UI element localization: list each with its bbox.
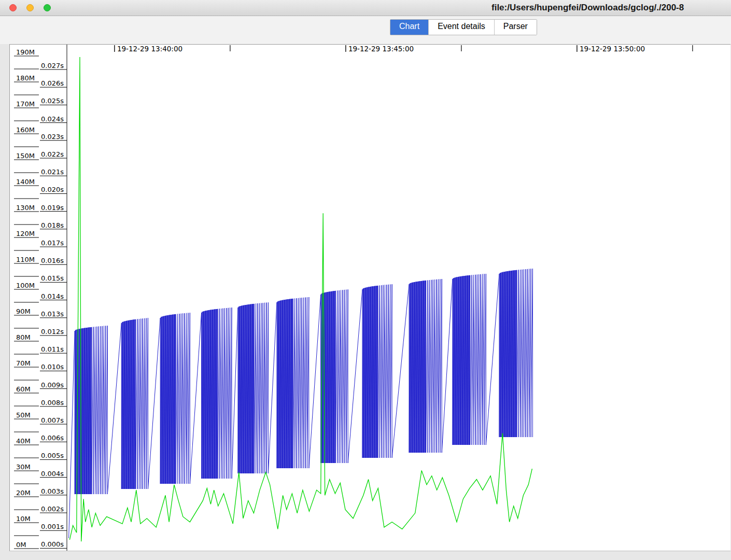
pause-tick-label: 0.026s [41, 79, 64, 87]
gc-chart-panel[interactable]: 190M180M170M160M150M140M130M120M110M100M… [9, 44, 730, 551]
minimize-button[interactable] [26, 4, 34, 11]
memory-tick-label: 50M [16, 411, 31, 419]
pause-tick-label: 0.001s [41, 523, 64, 530]
close-button[interactable] [9, 4, 17, 11]
time-axis-label: 19-12-29 13:45:00 [348, 45, 414, 53]
pause-tick-label: 0.005s [41, 452, 64, 459]
time-axis-label: 19-12-29 13:40:00 [117, 45, 182, 53]
memory-tick-label: 80M [16, 333, 31, 341]
pause-tick-label: 0.015s [41, 274, 64, 282]
pause-tick-label: 0.002s [41, 505, 64, 513]
tab-parser[interactable]: Parser [495, 20, 537, 35]
tab-chart[interactable]: Chart [390, 20, 429, 35]
pause-tick-label: 0.014s [41, 292, 64, 300]
pause-tick-label: 0.004s [41, 470, 64, 478]
pause-tick-label: 0.023s [41, 133, 64, 141]
pause-tick-label: 0.027s [41, 62, 64, 69]
window-title: file:/Users/hupengfei/Downloads/gclog/./… [491, 3, 731, 14]
memory-tick-label: 190M [16, 48, 35, 56]
pause-tick-label: 0.022s [41, 150, 64, 158]
memory-tick-label: 100M [16, 282, 35, 289]
pause-tick-label: 0.013s [41, 310, 64, 318]
memory-tick-label: 120M [16, 230, 35, 237]
memory-tick-label: 180M [16, 74, 35, 82]
pause-tick-label: 0.012s [41, 328, 64, 335]
pause-tick-label: 0.008s [41, 399, 64, 407]
memory-tick-label: 170M [16, 100, 35, 108]
time-axis-label: 19-12-29 13:50:00 [580, 45, 645, 53]
pause-tick-label: 0.003s [41, 487, 64, 495]
pause-tick-label: 0.018s [41, 221, 64, 229]
pause-tick-label: 0.020s [41, 186, 64, 193]
zoom-button[interactable] [44, 4, 51, 11]
pause-tick-label: 0.011s [41, 345, 64, 353]
pause-tick-label: 0.000s [41, 540, 64, 548]
memory-tick-label: 130M [16, 204, 35, 212]
window-controls [9, 4, 51, 11]
gcviewer-window: file:/Users/hupengfei/Downloads/gclog/./… [0, 0, 731, 560]
tab-bar: Chart Event details Parser [390, 19, 537, 35]
memory-tick-label: 70M [16, 359, 31, 367]
pause-tick-label: 0.006s [41, 434, 64, 442]
memory-tick-label: 160M [16, 126, 35, 134]
pause-tick-label: 0.019s [41, 204, 64, 212]
memory-tick-label: 150M [16, 152, 35, 160]
memory-tick-label: 140M [16, 178, 35, 186]
memory-tick-label: 110M [16, 256, 35, 263]
pause-tick-label: 0.007s [41, 416, 64, 424]
tab-strip: Chart Event details Parser [0, 16, 731, 44]
memory-tick-label: 20M [16, 489, 31, 497]
memory-tick-label: 0M [16, 541, 26, 549]
pause-tick-label: 0.024s [41, 115, 64, 123]
pause-tick-label: 0.025s [41, 97, 64, 105]
pause-tick-label: 0.017s [41, 239, 64, 247]
memory-tick-label: 30M [16, 463, 31, 471]
pause-tick-label: 0.010s [41, 363, 64, 371]
pause-tick-label: 0.009s [41, 381, 64, 389]
chart-canvas: 190M180M170M160M150M140M130M120M110M100M… [10, 45, 730, 551]
memory-tick-label: 60M [16, 385, 31, 393]
pause-tick-label: 0.021s [41, 168, 64, 176]
memory-tick-label: 90M [16, 307, 31, 315]
tab-event-details[interactable]: Event details [429, 20, 495, 35]
memory-tick-label: 10M [16, 515, 31, 523]
titlebar[interactable]: file:/Users/hupengfei/Downloads/gclog/./… [0, 0, 731, 16]
memory-tick-label: 40M [16, 437, 31, 445]
pause-tick-label: 0.016s [41, 257, 64, 264]
